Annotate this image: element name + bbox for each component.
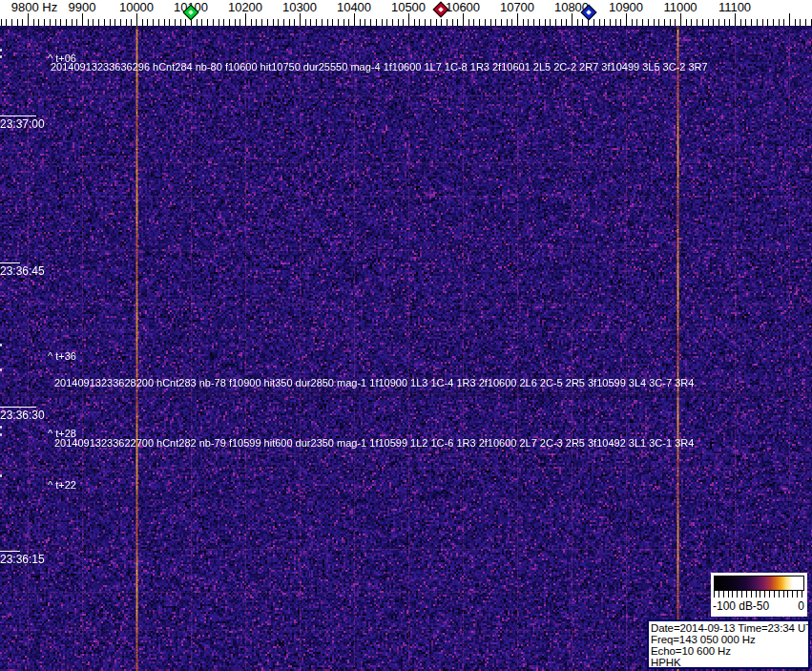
minor-tick xyxy=(11,19,12,26)
info-box: Date=2014-09-13 Time=23:34 UTC Freq=143 … xyxy=(647,619,810,669)
minor-tick xyxy=(403,19,404,26)
minor-tick xyxy=(207,19,208,26)
info-station-id: HPHK xyxy=(651,657,806,668)
minor-tick xyxy=(348,19,349,26)
green-marker-center xyxy=(188,10,194,15)
colorbar-tick xyxy=(802,591,802,598)
minor-tick xyxy=(757,19,758,26)
spectrogram-screen: 9800 Hz990010000101001020010300104001050… xyxy=(0,0,812,671)
minor-tick xyxy=(344,19,344,26)
minor-tick xyxy=(485,19,486,26)
minor-tick xyxy=(507,19,508,26)
colorbar-tick xyxy=(714,591,715,598)
frequency-tick-label: 11000 xyxy=(663,0,697,14)
event-detail-line: 20140913233636296 hCnt284 nb-80 f10600 h… xyxy=(51,61,708,73)
minor-tick xyxy=(773,19,774,26)
colorbar-tick xyxy=(746,591,747,598)
minor-tick xyxy=(593,19,594,26)
minor-tick xyxy=(327,19,328,26)
minor-tick xyxy=(261,19,262,26)
major-tick xyxy=(82,13,83,26)
waterfall-canvas xyxy=(0,26,812,671)
frequency-tick-label: 10400 xyxy=(337,0,371,14)
minor-tick xyxy=(104,19,105,26)
minor-tick xyxy=(654,19,655,26)
event-detail-line: 20140913233622700 hCnt282 nb-79 f10599 h… xyxy=(54,437,694,449)
minor-tick xyxy=(436,19,437,26)
major-tick xyxy=(463,13,464,26)
minor-tick xyxy=(795,19,796,26)
major-tick xyxy=(28,13,29,26)
minor-tick xyxy=(751,19,752,26)
minor-tick xyxy=(283,19,284,26)
minor-tick xyxy=(370,19,371,26)
minor-tick xyxy=(452,19,453,26)
minor-tick xyxy=(550,19,551,26)
time-label: 23:36:15 xyxy=(0,551,45,566)
time-label-text: 23:37:00 xyxy=(0,117,45,131)
frequency-tick-label: 9800 Hz xyxy=(11,0,57,14)
minor-tick xyxy=(767,19,768,26)
minor-tick xyxy=(6,19,7,26)
colorbar-labels: -100 dB -50 0 xyxy=(711,598,807,615)
minor-tick xyxy=(72,19,73,26)
blue-marker-diamond-icon[interactable] xyxy=(581,5,596,20)
minor-tick xyxy=(66,19,67,26)
colorbar-tick xyxy=(792,591,793,598)
minor-tick xyxy=(60,19,61,26)
colorbar-tick xyxy=(797,591,798,598)
minor-tick xyxy=(322,19,323,26)
info-echo: Echo=10 600 Hz xyxy=(651,645,806,657)
blue-marker-center xyxy=(586,10,592,15)
major-tick xyxy=(517,13,518,26)
minor-tick xyxy=(430,19,431,26)
minor-tick xyxy=(98,19,99,26)
minor-tick xyxy=(201,19,202,26)
minor-tick xyxy=(636,19,637,26)
minor-tick xyxy=(376,19,377,26)
minor-tick xyxy=(779,19,780,26)
colorbar-tick xyxy=(732,591,733,598)
minor-tick xyxy=(697,19,697,26)
minor-tick xyxy=(398,19,399,26)
red-marker-diamond-icon[interactable] xyxy=(433,2,448,17)
colorbar-panel: -100 dB -50 0 xyxy=(711,573,807,617)
colorbar-label-max: 0 xyxy=(798,599,804,613)
blue-marker-fill xyxy=(581,5,597,21)
colorbar-tick xyxy=(723,591,724,598)
minor-tick xyxy=(675,19,676,26)
minor-tick xyxy=(131,19,132,26)
minor-tick xyxy=(511,19,512,26)
minor-tick xyxy=(153,19,154,26)
minor-tick xyxy=(93,19,94,26)
minor-tick xyxy=(620,19,621,26)
minor-tick xyxy=(582,19,583,26)
colorbar-ticks xyxy=(714,591,804,598)
minor-tick xyxy=(615,19,616,26)
minor-tick xyxy=(490,19,491,26)
minor-tick xyxy=(745,19,746,26)
colorbar-label-min: -100 dB xyxy=(713,599,753,613)
event-edge-mark xyxy=(0,474,2,477)
green-marker-diamond-icon[interactable] xyxy=(183,5,198,20)
minor-tick xyxy=(642,19,643,26)
event-edge-mark xyxy=(0,49,2,52)
minor-tick xyxy=(239,19,240,26)
colorbar-tick xyxy=(756,591,757,598)
colorbar-tick xyxy=(728,591,729,598)
minor-tick xyxy=(566,19,567,26)
minor-tick xyxy=(338,19,339,26)
minor-tick xyxy=(468,19,469,26)
minor-tick xyxy=(539,19,540,26)
time-tick-line xyxy=(0,551,20,552)
minor-tick xyxy=(278,19,279,26)
minor-tick xyxy=(17,19,18,26)
minor-tick xyxy=(414,19,415,26)
frequency-tick-label: 10200 xyxy=(228,0,262,14)
minor-tick xyxy=(599,19,600,26)
minor-tick xyxy=(425,19,426,26)
green-marker-fill xyxy=(183,5,199,21)
minor-tick xyxy=(33,19,34,26)
minor-tick xyxy=(392,19,393,26)
minor-tick xyxy=(501,19,502,26)
